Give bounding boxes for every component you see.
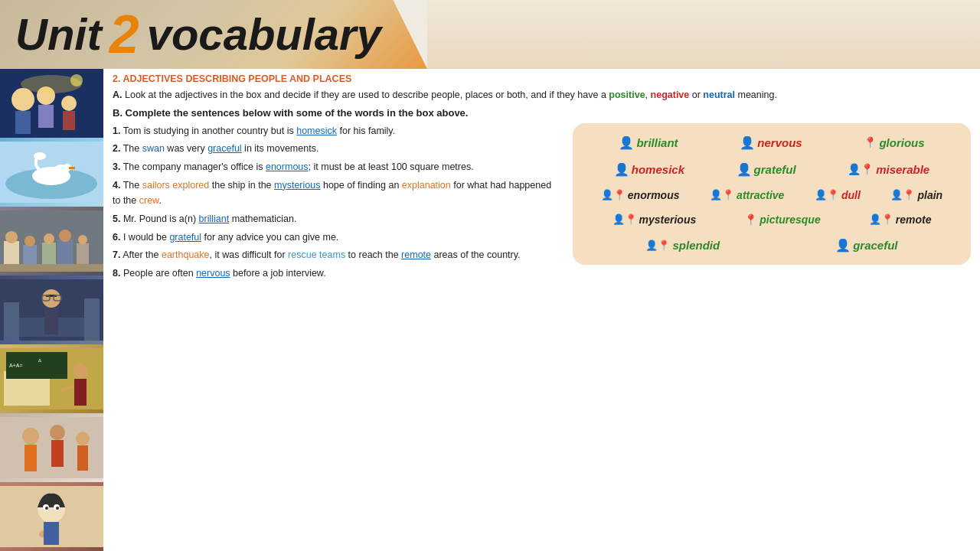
person-icon-brilliant: 👤 [619, 135, 634, 150]
section-2-title: 2. ADJECTIVES DESCRIBING PEOPLE AND PLAC… [113, 73, 971, 84]
svg-rect-23 [57, 240, 73, 268]
word-mysterious: 👤📍 mysterious [612, 214, 697, 226]
both-icon-remote: 👤📍 [869, 214, 893, 225]
image-4 [0, 276, 103, 344]
svg-rect-14 [69, 167, 75, 169]
word-graceful: 👤 graceful [835, 238, 897, 253]
svg-point-22 [44, 233, 54, 244]
svg-rect-47 [24, 445, 37, 471]
sentence-4: 4. The sailors explored the ship in the … [113, 178, 560, 209]
vocab-box: 👤 brilliant 👤 nervous 📍 glorious [573, 123, 971, 265]
image-3 [0, 207, 103, 276]
word-nervous: 👤 nervous [740, 135, 802, 150]
sentences-section: 1. Tom is studying in another country bu… [113, 123, 560, 284]
svg-rect-17 [4, 241, 19, 268]
word-glorious: 📍 glorious [864, 136, 924, 149]
svg-rect-51 [77, 445, 88, 471]
svg-point-26 [78, 235, 87, 244]
vocab-row-1: 👤 brilliant 👤 nervous 📍 glorious [588, 135, 956, 150]
svg-rect-30 [4, 302, 19, 341]
svg-rect-60 [44, 522, 59, 545]
instruction-b: B. Complete the sentences below with som… [113, 107, 971, 119]
word-dull: 👤📍 dull [815, 189, 861, 201]
image-6 [0, 413, 103, 482]
svg-point-1 [11, 88, 34, 111]
instruction-a: A. Look at the adjectives in the box and… [113, 88, 971, 103]
vocab-row-5: 👤📍 splendid 👤 graceful [588, 238, 956, 253]
word-grateful: 👤 grateful [737, 162, 796, 177]
image-1 [0, 69, 103, 138]
svg-text:Δ: Δ [38, 358, 41, 363]
vocab-row-2: 👤 homesick 👤 grateful 👤📍 miserable [588, 162, 956, 177]
svg-rect-6 [63, 111, 75, 130]
person-icon-graceful: 👤 [835, 238, 851, 253]
svg-point-5 [61, 96, 77, 111]
main-content: 2. ADJECTIVES DESCRIBING PEOPLE AND PLAC… [103, 69, 980, 551]
person-icon-grateful: 👤 [737, 162, 752, 177]
person-icon-nervous: 👤 [740, 135, 755, 150]
both-icon-miserable: 👤📍 [848, 163, 874, 175]
svg-rect-2 [15, 111, 31, 134]
word-miserable: 👤📍 miserable [848, 163, 929, 176]
image-sidebar: A+A= Δ [0, 69, 103, 551]
word-plain: 👤📍 plain [890, 189, 942, 201]
negative-label: negative [651, 90, 690, 100]
word-brilliant: 👤 brilliant [619, 135, 678, 150]
svg-point-18 [5, 231, 18, 243]
word-remote: 👤📍 remote [869, 214, 932, 226]
svg-point-57 [56, 507, 59, 510]
sentence-6: 6. I would be grateful for any advice yo… [113, 230, 560, 246]
svg-rect-43 [74, 379, 87, 406]
vocab-row-4: 👤📍 mysterious 📍 picturesque 👤📍 remote [588, 214, 956, 226]
unit-label: Unit [15, 12, 102, 57]
svg-point-32 [42, 289, 60, 308]
sentence-3: 3. The company manager's office is enorm… [113, 159, 560, 175]
svg-point-56 [45, 507, 48, 510]
sentence-7: 7. After the earthquake, it was difficul… [113, 247, 560, 263]
place-icon-picturesque: 📍 [744, 214, 757, 226]
svg-rect-49 [51, 440, 64, 467]
both-icon-splendid: 👤📍 [645, 240, 670, 251]
title-block: Unit 2 vocabulary [0, 0, 427, 69]
image-7 [0, 482, 103, 551]
place-icon-glorious: 📍 [864, 136, 877, 148]
svg-point-42 [73, 364, 88, 379]
both-icon-dull: 👤📍 [815, 189, 839, 201]
word-enormous: 👤📍 enormous [601, 189, 680, 201]
svg-point-48 [50, 425, 65, 440]
positive-label: positive [609, 90, 645, 100]
svg-point-50 [76, 432, 90, 445]
svg-point-20 [24, 236, 35, 246]
vocab-label: vocabulary [147, 12, 381, 57]
person-icon-homesick: 👤 [614, 162, 629, 177]
image-2 [0, 138, 103, 207]
svg-point-24 [59, 230, 71, 242]
image-5: A+A= Δ [0, 344, 103, 413]
vocab-row-3: 👤📍 enormous 👤📍 attractive 👤📍 dull [588, 189, 956, 201]
svg-rect-27 [0, 264, 103, 272]
unit-number: 2 [109, 8, 139, 61]
sentence-8: 8. People are often nervous before a job… [113, 266, 560, 282]
svg-rect-31 [84, 298, 100, 341]
both-icon-plain: 👤📍 [890, 189, 915, 201]
sentence-2: 2. The swan was very graceful in its mov… [113, 141, 560, 157]
svg-point-15 [34, 152, 46, 160]
svg-rect-36 [44, 308, 58, 334]
svg-text:A+A=: A+A= [9, 363, 23, 368]
svg-rect-4 [38, 105, 54, 128]
word-splendid: 👤📍 splendid [645, 239, 720, 252]
word-picturesque: 📍 picturesque [744, 214, 820, 226]
sentence-1: 1. Tom is studying in another country bu… [113, 123, 560, 139]
neutral-label: neutral [703, 90, 735, 100]
both-icon-attractive: 👤📍 [710, 189, 734, 201]
word-homesick: 👤 homesick [614, 162, 684, 177]
svg-point-8 [70, 74, 83, 86]
svg-point-46 [22, 428, 39, 445]
both-icon-mysterious: 👤📍 [612, 214, 637, 225]
sentence-5: 5. Mr. Pound is a(n) brilliant mathemati… [113, 211, 560, 227]
both-icon-enormous: 👤📍 [601, 189, 626, 201]
word-attractive: 👤📍 attractive [710, 189, 784, 201]
